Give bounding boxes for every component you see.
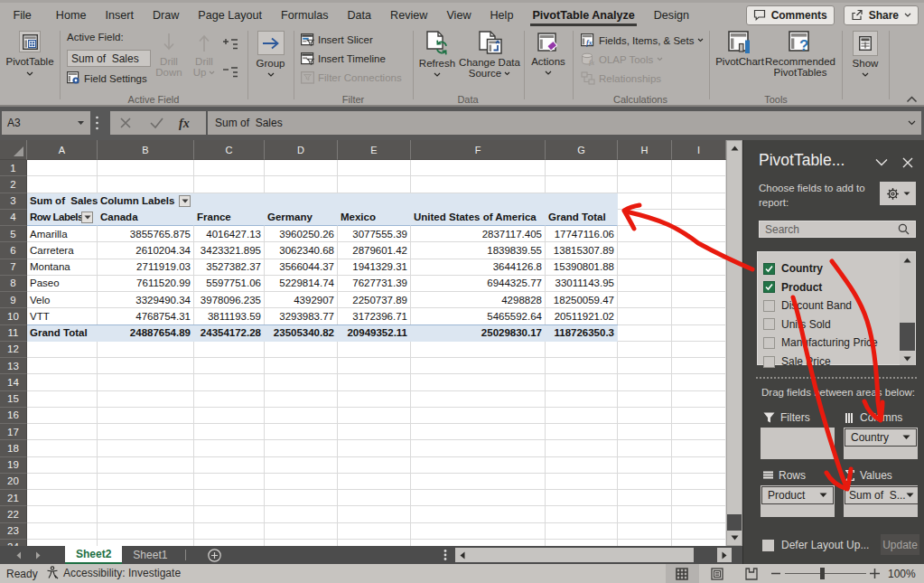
cell-F18[interactable] — [411, 440, 546, 456]
cell-A19[interactable] — [27, 457, 98, 474]
cell-H19[interactable] — [618, 457, 672, 474]
field-list-scroll-thumb[interactable] — [900, 323, 915, 351]
horizontal-scroll-track[interactable] — [470, 548, 728, 562]
cell-B11[interactable]: 24887654.89 — [98, 325, 194, 342]
cell-F19[interactable] — [411, 457, 546, 474]
vertical-scrollbar[interactable] — [726, 140, 742, 546]
pivot-rowlabel-amarilla[interactable]: Amarilla — [27, 226, 98, 242]
cell-C9[interactable]: 3978096.235 — [194, 292, 265, 308]
cell-B21[interactable] — [98, 490, 194, 506]
cell-C5[interactable]: 4016427.13 — [194, 226, 265, 242]
expand-field-icon[interactable] — [222, 38, 238, 51]
group-button[interactable]: Group — [254, 31, 287, 77]
refresh-button[interactable]: Refresh — [417, 31, 457, 77]
sheet-tab-sheet1[interactable]: Sheet1 — [122, 546, 178, 564]
cell-H14[interactable] — [618, 374, 672, 390]
cell-E5[interactable]: 3077555.39 — [338, 226, 411, 242]
column-header-e[interactable]: E — [338, 140, 411, 160]
cell-E9[interactable]: 2250737.89 — [338, 292, 411, 308]
cell-E10[interactable]: 3172396.71 — [338, 308, 411, 324]
row-header-1[interactable]: 1 — [0, 160, 27, 176]
horizontal-scrollbar[interactable] — [441, 546, 742, 564]
cell-H12[interactable] — [618, 342, 672, 358]
cell-E15[interactable] — [338, 391, 411, 408]
checkbox-unchecked[interactable] — [763, 337, 775, 349]
cell-A2[interactable] — [27, 176, 98, 193]
cell-D1[interactable] — [265, 160, 338, 176]
change-data-source-button[interactable]: Change Data Source — [459, 31, 520, 79]
columns-field-chip[interactable]: Country — [845, 428, 917, 447]
cell-F16[interactable] — [411, 408, 546, 424]
cell-B16[interactable] — [98, 408, 194, 424]
cell-I6[interactable] — [672, 242, 726, 259]
cell-D17[interactable] — [265, 424, 338, 440]
checkbox-unchecked[interactable] — [763, 318, 775, 330]
cell-B23[interactable] — [98, 523, 194, 540]
checkbox-unchecked[interactable] — [763, 356, 775, 368]
field-item-manufacturing-price[interactable]: Manufacturing Price — [763, 335, 878, 350]
cell-I21[interactable] — [672, 490, 726, 506]
cell-H24[interactable] — [618, 540, 672, 546]
cell-C14[interactable] — [194, 374, 265, 390]
cell-C23[interactable] — [194, 523, 265, 540]
vertical-scroll-track[interactable] — [727, 155, 742, 531]
vertical-scroll-thumb[interactable] — [727, 514, 742, 532]
cell-C12[interactable] — [194, 342, 265, 358]
cell-C19[interactable] — [194, 457, 265, 474]
cell-C6[interactable]: 3423321.895 — [194, 242, 265, 259]
cell-G21[interactable] — [546, 490, 618, 506]
pane-close-icon[interactable] — [902, 157, 913, 168]
cell-H6[interactable] — [618, 242, 672, 259]
accessibility-status[interactable]: Accessibility: Investigate — [46, 566, 181, 579]
cell-I10[interactable] — [672, 308, 726, 324]
cell-G11[interactable]: 118726350.3 — [546, 325, 618, 342]
cell-B19[interactable] — [98, 457, 194, 474]
cell-E6[interactable]: 2879601.42 — [338, 242, 411, 259]
cell-I8[interactable] — [672, 276, 726, 292]
row-header-18[interactable]: 18 — [0, 440, 27, 456]
zoom-level[interactable]: 100% — [888, 568, 916, 580]
cell-H1[interactable] — [618, 160, 672, 176]
row-header-13[interactable]: 13 — [0, 358, 27, 374]
cell-C17[interactable] — [194, 424, 265, 440]
cell-B8[interactable]: 7611520.99 — [98, 276, 194, 292]
cell-H10[interactable] — [618, 308, 672, 324]
pivot-colheader-4[interactable]: Mexico — [338, 210, 411, 226]
row-header-10[interactable]: 10 — [0, 308, 27, 324]
cell-D16[interactable] — [265, 408, 338, 424]
zoom-slider-track[interactable] — [785, 573, 866, 574]
cell-B6[interactable]: 2610204.34 — [98, 242, 194, 259]
cell-I12[interactable] — [672, 342, 726, 358]
field-item-sale-price[interactable]: Sale Price — [763, 354, 831, 369]
collapse-ribbon-icon[interactable] — [906, 96, 918, 103]
cell-A16[interactable] — [27, 408, 98, 424]
checkbox-checked[interactable] — [763, 263, 775, 275]
cell-F24[interactable] — [411, 540, 546, 546]
row-header-12[interactable]: 12 — [0, 342, 27, 358]
cell-D24[interactable] — [265, 540, 338, 546]
row-header-2[interactable]: 2 — [0, 176, 27, 193]
column-header-d[interactable]: D — [265, 140, 338, 160]
cell-D12[interactable] — [265, 342, 338, 358]
cell-B20[interactable] — [98, 474, 194, 490]
row-header-16[interactable]: 16 — [0, 408, 27, 424]
cell-E11[interactable]: 20949352.11 — [338, 325, 411, 342]
cell-C15[interactable] — [194, 391, 265, 408]
cell-B5[interactable]: 3855765.875 — [98, 226, 194, 242]
cell-D8[interactable]: 5229814.74 — [265, 276, 338, 292]
menu-tab-file[interactable]: File — [4, 3, 41, 27]
pivot-colheader-2[interactable]: France — [194, 210, 265, 226]
column-header-g[interactable]: G — [546, 140, 618, 160]
column-header-f[interactable]: F — [411, 140, 546, 160]
cell-A24[interactable] — [27, 540, 98, 546]
scroll-left-button[interactable] — [455, 548, 470, 562]
cell-D22[interactable] — [265, 506, 338, 522]
cell-G24[interactable] — [546, 540, 618, 546]
cell-H21[interactable] — [618, 490, 672, 506]
cell-E16[interactable] — [338, 408, 411, 424]
collapse-field-icon[interactable] — [222, 66, 238, 79]
checkbox-unchecked[interactable] — [763, 300, 775, 312]
row-header-4[interactable]: 4 — [0, 210, 27, 226]
zoom-in-icon[interactable] — [870, 569, 880, 578]
cell-F3[interactable] — [411, 193, 546, 210]
